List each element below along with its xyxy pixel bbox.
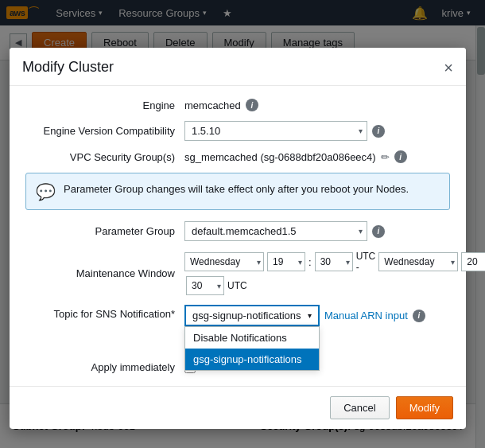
maintenance-day1-select[interactable]: Wednesday xyxy=(184,252,264,271)
manual-arn-info-icon[interactable]: i xyxy=(413,310,425,322)
maintenance-hour2-select[interactable]: 20 xyxy=(461,252,485,271)
sns-chevron-icon: ▾ xyxy=(308,311,312,320)
vpc-security-text: sg_memcached (sg-0688dbf20a086eec4) xyxy=(184,151,376,163)
vpc-security-row: VPC Security Group(s) sg_memcached (sg-0… xyxy=(25,150,450,163)
banner-text: Parameter Group changes will take effect… xyxy=(64,181,409,197)
maint-min1-wrapper: 30 ▾ xyxy=(315,252,353,271)
engine-version-value: 1.5.10 ▾ i xyxy=(184,121,450,141)
engine-value: memcached i xyxy=(184,99,450,111)
sns-option-signup[interactable]: gsg-signup-notifications xyxy=(185,349,319,370)
sns-label: Topic for SNS Notification* xyxy=(25,305,184,320)
sns-select-box[interactable]: gsg-signup-notifications ▾ xyxy=(184,305,320,326)
engine-version-select[interactable]: 1.5.10 xyxy=(184,121,367,141)
engine-version-row: Engine Version Compatibility 1.5.10 ▾ i xyxy=(25,121,450,141)
vpc-security-label: VPC Security Group(s) xyxy=(25,151,184,163)
maint-day2-wrapper: Wednesday ▾ xyxy=(378,252,458,271)
parameter-group-row: Parameter Group default.memcached1.5 ▾ i xyxy=(25,221,450,241)
sns-notification-row: Topic for SNS Notification* gsg-signup-n… xyxy=(25,305,450,326)
maint-hour1-wrapper: 19 ▾ xyxy=(267,252,305,271)
maintenance-window-value: Wednesday ▾ 19 ▾ : 30 xyxy=(184,251,485,295)
parameter-group-banner: 💬 Parameter Group changes will take effe… xyxy=(25,173,450,210)
modal-footer: Cancel Modify xyxy=(10,386,466,429)
sns-content: gsg-signup-notifications ▾ Disable Notif… xyxy=(184,305,450,326)
manual-arn-link[interactable]: Manual ARN input xyxy=(324,310,408,321)
sns-input-row: gsg-signup-notifications ▾ Disable Notif… xyxy=(184,305,450,326)
apply-immediately-label: Apply immediately xyxy=(25,361,184,373)
sns-dropdown: Disable Notifications gsg-signup-notific… xyxy=(184,326,320,371)
vpc-security-info-icon[interactable]: i xyxy=(394,150,407,163)
cancel-button[interactable]: Cancel xyxy=(330,396,389,419)
sns-selected-value: gsg-signup-notifications xyxy=(192,310,301,321)
parameter-group-select[interactable]: default.memcached1.5 xyxy=(184,221,367,241)
modal-body: Engine memcached i Engine Version Compat… xyxy=(10,86,466,386)
maintenance-window-row: Maintenance Window Wednesday ▾ 19 ▾ xyxy=(25,251,450,295)
parameter-group-label: Parameter Group xyxy=(25,225,184,237)
modal-close-button[interactable]: × xyxy=(444,60,453,76)
engine-info-icon[interactable]: i xyxy=(246,99,258,111)
engine-version-label: Engine Version Compatibility xyxy=(25,125,184,137)
engine-row: Engine memcached i xyxy=(25,99,450,111)
maint-min2-wrapper: 30 ▾ xyxy=(186,276,224,295)
maintenance-min1-select[interactable]: 30 xyxy=(315,252,353,271)
sns-dropdown-wrapper: gsg-signup-notifications ▾ Disable Notif… xyxy=(184,305,320,326)
maintenance-window-label: Maintenance Window xyxy=(25,267,184,279)
engine-label: Engine xyxy=(25,99,184,111)
engine-version-select-wrapper: 1.5.10 ▾ xyxy=(184,121,367,141)
maintenance-day2-select[interactable]: Wednesday xyxy=(378,252,458,271)
maint-utc2-label: UTC xyxy=(227,280,247,291)
modal-title: Modify Cluster xyxy=(22,59,114,76)
chat-bubble-icon: 💬 xyxy=(36,182,56,201)
parameter-group-select-wrapper: default.memcached1.5 ▾ xyxy=(184,221,367,241)
modal-header: Modify Cluster × xyxy=(10,48,466,86)
maint-separator1: : xyxy=(308,256,312,268)
parameter-group-info-icon[interactable]: i xyxy=(372,225,385,238)
vpc-security-value: sg_memcached (sg-0688dbf20a086eec4) ✏ i xyxy=(184,150,450,163)
maint-day1-wrapper: Wednesday ▾ xyxy=(184,252,264,271)
maint-utc1-label: UTC - xyxy=(356,251,376,273)
engine-version-info-icon[interactable]: i xyxy=(372,125,385,138)
parameter-group-value: default.memcached1.5 ▾ i xyxy=(184,221,450,241)
vpc-edit-icon[interactable]: ✏ xyxy=(381,151,390,163)
maintenance-hour1-select[interactable]: 19 xyxy=(267,252,305,271)
maintenance-min2-select[interactable]: 30 xyxy=(186,276,224,295)
engine-text: memcached xyxy=(184,99,241,111)
modify-cluster-modal: Modify Cluster × Engine memcached i Engi… xyxy=(10,48,466,429)
sns-option-disable[interactable]: Disable Notifications xyxy=(185,327,319,349)
modal-modify-button[interactable]: Modify xyxy=(396,396,453,419)
maint-hour2-wrapper: 20 ▾ xyxy=(461,252,485,271)
